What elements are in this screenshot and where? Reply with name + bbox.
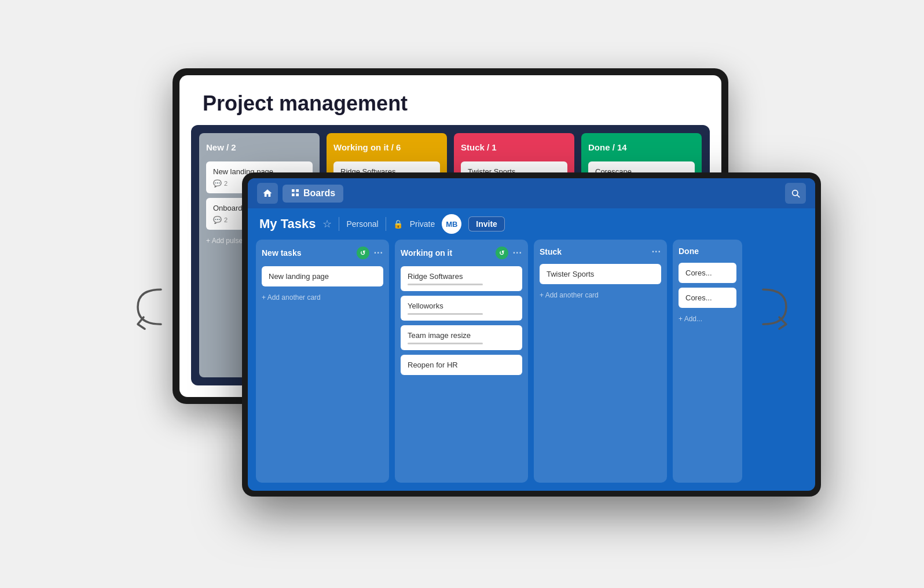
right-arrow-icon[interactable] [757, 284, 792, 335]
lock-icon: 🔒 [393, 219, 403, 229]
front-col-stuck: Stuck ··· Twister Sports + Add another c… [534, 240, 667, 483]
front-col-working: Working on it ↺ ··· Ridge Softwares Y [395, 240, 528, 483]
back-tablet-header: Project management [179, 75, 721, 125]
boards-label: Boards [303, 188, 335, 199]
svg-rect-3 [296, 193, 299, 196]
card-line [408, 343, 483, 344]
front-nav: Boards [248, 178, 815, 208]
more-icon-stuck[interactable]: ··· [652, 247, 661, 257]
toolbar-divider [339, 217, 339, 231]
add-card-new-tasks[interactable]: + Add another card [262, 291, 383, 304]
front-col-new-tasks-header: New tasks ↺ ··· [262, 245, 383, 262]
add-card-stuck[interactable]: + Add another card [540, 289, 661, 302]
back-col-working-header: Working on it / 6 [333, 140, 440, 157]
left-arrow-icon[interactable] [132, 284, 167, 335]
front-card[interactable]: Ridge Softwares [401, 266, 522, 291]
front-card-team-image[interactable]: Team image resize [401, 325, 522, 350]
scene: Project management New / 2 New landing p… [115, 34, 809, 554]
front-toolbar: My Tasks ☆ Personal 🔒 Private MB Invite [248, 208, 815, 240]
front-card[interactable]: Cores... [679, 263, 736, 283]
front-col-working-header: Working on it ↺ ··· [401, 245, 522, 262]
col-actions-stuck: ··· [652, 247, 661, 257]
more-icon[interactable]: ··· [374, 248, 383, 258]
back-col-stuck-header: Stuck / 1 [461, 140, 567, 157]
front-col-stuck-header: Stuck ··· [540, 245, 661, 259]
back-tablet-title: Project management [203, 91, 408, 115]
front-card[interactable]: Twister Sports [540, 264, 661, 284]
boards-button[interactable]: Boards [283, 185, 343, 203]
front-col-done-header: Done [679, 245, 736, 258]
more-icon-working[interactable]: ··· [513, 248, 522, 258]
toolbar-divider-2 [386, 217, 386, 231]
back-col-done-header: Done / 14 [588, 140, 695, 157]
front-card[interactable]: Yelloworks [401, 296, 522, 321]
front-card[interactable]: Cores... [679, 288, 736, 308]
svg-rect-1 [296, 189, 299, 192]
card-line [408, 313, 483, 315]
front-col-new-tasks: New tasks ↺ ··· New landing page + Add a… [256, 240, 389, 483]
add-card-done[interactable]: + Add... [679, 313, 736, 325]
front-col-done: Done Cores... Cores... + Add... [673, 240, 742, 483]
star-icon[interactable]: ☆ [322, 218, 332, 230]
col-actions-working: ↺ ··· [496, 247, 522, 259]
back-col-new-header: New / 2 [206, 140, 313, 157]
private-tag: Private [410, 219, 435, 229]
svg-rect-2 [292, 193, 295, 196]
home-button[interactable] [257, 183, 278, 204]
boards-icon [291, 188, 300, 199]
svg-line-5 [797, 195, 800, 197]
front-card[interactable]: New landing page [262, 266, 383, 286]
kanban-board: New tasks ↺ ··· New landing page + Add a… [248, 240, 815, 491]
front-tablet-screen: Boards My Tasks ☆ Personal 🔒 Private MB … [248, 178, 815, 491]
invite-button[interactable]: Invite [468, 216, 505, 231]
refresh-icon[interactable]: ↺ [357, 247, 369, 259]
front-tablet: Boards My Tasks ☆ Personal 🔒 Private MB … [242, 172, 821, 497]
svg-rect-0 [292, 189, 295, 192]
card-line [408, 284, 483, 285]
board-title: My Tasks [259, 216, 316, 231]
search-button[interactable] [785, 183, 806, 204]
avatar: MB [442, 214, 461, 234]
front-card[interactable]: Reopen for HR [401, 355, 522, 375]
personal-tag: Personal [346, 219, 378, 229]
refresh-icon-working[interactable]: ↺ [496, 247, 508, 259]
col-actions: ↺ ··· [357, 247, 383, 259]
